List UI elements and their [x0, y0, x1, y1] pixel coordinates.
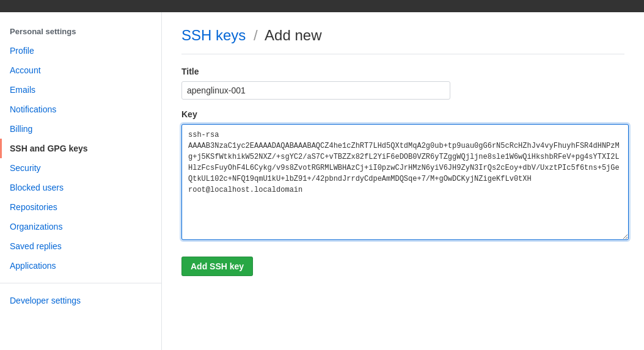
sidebar: Personal settings Profile Account Emails… [0, 12, 162, 350]
sidebar-item-organizations[interactable]: Organizations [0, 217, 161, 236]
title-input[interactable] [181, 81, 450, 100]
sidebar-item-repositories[interactable]: Repositories [0, 197, 161, 217]
sidebar-item-ssh-gpg-keys[interactable]: SSH and GPG keys [0, 139, 161, 158]
sidebar-item-blocked-users[interactable]: Blocked users [0, 178, 161, 197]
key-field-group: Key [181, 109, 624, 242]
page-title: SSH keys / Add new [181, 27, 624, 54]
top-bar [0, 0, 644, 12]
sidebar-item-security[interactable]: Security [0, 158, 161, 178]
key-label: Key [181, 109, 624, 119]
sidebar-item-profile[interactable]: Profile [0, 41, 161, 60]
sidebar-item-account[interactable]: Account [0, 60, 161, 80]
page-title-link[interactable]: SSH keys [181, 27, 246, 43]
sidebar-item-applications[interactable]: Applications [0, 256, 161, 275]
sidebar-item-notifications[interactable]: Notifications [0, 100, 161, 119]
sidebar-item-developer-settings[interactable]: Developer settings [0, 291, 161, 310]
title-label: Title [181, 67, 624, 76]
key-textarea[interactable] [181, 124, 629, 240]
sidebar-item-billing[interactable]: Billing [0, 119, 161, 139]
title-field-group: Title [181, 67, 624, 100]
sidebar-divider [0, 283, 161, 283]
sidebar-item-emails[interactable]: Emails [0, 80, 161, 100]
add-ssh-key-button[interactable]: Add SSH key [181, 257, 253, 276]
sidebar-heading: Personal settings [0, 22, 161, 41]
main-content: SSH keys / Add new Title Key Add SSH key [162, 12, 644, 350]
page-title-text: Add new [265, 27, 321, 43]
sidebar-item-saved-replies[interactable]: Saved replies [0, 236, 161, 256]
page-title-separator: / [254, 27, 258, 43]
